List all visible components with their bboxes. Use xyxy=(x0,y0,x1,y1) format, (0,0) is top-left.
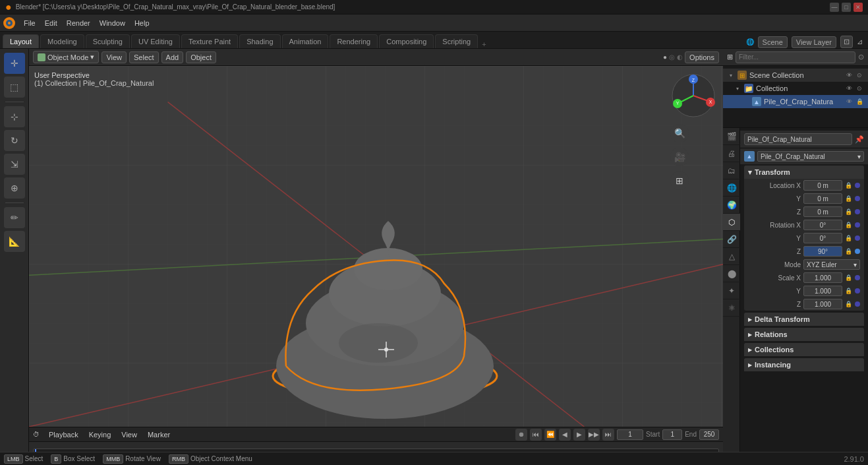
scale-x-field[interactable]: 1.000 xyxy=(803,272,842,283)
tab-shading[interactable]: Shading xyxy=(239,34,280,48)
select-icon[interactable]: ⊙ xyxy=(855,71,864,80)
grid-gizmo[interactable]: ⊞ xyxy=(670,171,689,190)
play-button[interactable]: ▶ xyxy=(573,429,585,441)
menu-edit[interactable]: Edit xyxy=(41,18,61,28)
viewport-mode-menu[interactable]: Object Mode ▾ xyxy=(33,51,99,63)
move-tool[interactable]: ⊹ xyxy=(4,106,25,127)
menu-window[interactable]: Window xyxy=(96,18,129,28)
keying-menu[interactable]: Keying xyxy=(85,429,115,440)
annotate-tool[interactable]: ✏ xyxy=(4,207,25,228)
outliner-collection[interactable]: ▾ 📁 Collection 👁 ⊙ xyxy=(723,82,868,95)
start-frame-field[interactable]: 1 xyxy=(662,429,682,440)
tab-modeling[interactable]: Modeling xyxy=(40,34,84,48)
view-menu[interactable]: View xyxy=(117,429,141,440)
relations-header[interactable]: ▸ Relations xyxy=(744,328,864,341)
expand-icon[interactable]: ▾ xyxy=(727,71,735,79)
scale-x-lock[interactable]: 🔒 xyxy=(845,274,852,281)
object-expand-icon[interactable] xyxy=(741,98,749,106)
tab-texture-paint[interactable]: Texture Paint xyxy=(181,34,238,48)
viewport-canvas[interactable]: User Perspective (1) Collection | Pile_O… xyxy=(29,66,723,427)
viewport-add-menu[interactable]: Add xyxy=(161,51,184,63)
add-workspace-button[interactable]: + xyxy=(479,40,488,48)
props-tab-object[interactable]: ⬡ xyxy=(723,214,740,231)
marker-menu[interactable]: Marker xyxy=(144,429,174,440)
props-tab-world[interactable]: 🌍 xyxy=(723,197,740,214)
rotation-mode-dropdown[interactable]: XYZ Euler ▾ xyxy=(803,259,860,270)
rotation-x-lock[interactable]: 🔒 xyxy=(845,222,852,228)
object-visibility-icon[interactable]: 👁 xyxy=(844,97,854,106)
viewport-shading-solid-btn[interactable]: ● xyxy=(663,53,667,61)
rotation-y-lock[interactable]: 🔒 xyxy=(845,235,852,241)
playback-menu[interactable]: Playback xyxy=(45,429,82,440)
fast-forward-button[interactable]: ▶▶ xyxy=(588,429,600,441)
props-tab-render[interactable]: 🎬 xyxy=(723,128,740,145)
scale-tool[interactable]: ⇲ xyxy=(4,154,25,175)
props-tab-data[interactable]: △ xyxy=(723,248,740,265)
tab-animation[interactable]: Animation xyxy=(282,34,329,48)
object-name-input[interactable] xyxy=(744,133,852,145)
rotation-z-lock[interactable]: 🔒 xyxy=(845,248,852,255)
props-tab-material[interactable]: ⬤ xyxy=(723,265,740,282)
props-tab-physics[interactable]: ⚛ xyxy=(723,299,740,317)
axis-gizmo[interactable]: Z X Y xyxy=(670,73,716,119)
tab-sculpting[interactable]: Sculpting xyxy=(86,34,130,48)
props-tab-constraints[interactable]: 🔗 xyxy=(723,231,740,248)
scale-y-lock[interactable]: 🔒 xyxy=(845,288,852,294)
tab-scripting[interactable]: Scripting xyxy=(435,34,478,48)
pin-icon[interactable]: 📌 xyxy=(855,135,864,144)
rotation-y-field[interactable]: 0° xyxy=(803,233,842,243)
minimize-button[interactable]: — xyxy=(830,3,839,12)
prev-frame-button[interactable]: ⏪ xyxy=(544,429,556,441)
select-box-tool[interactable]: ⬚ xyxy=(4,77,25,98)
props-tab-output[interactable]: 🖨 xyxy=(723,145,740,162)
visibility-icon[interactable]: 👁 xyxy=(844,71,854,80)
close-button[interactable]: ✕ xyxy=(854,3,863,12)
tab-rendering[interactable]: Rendering xyxy=(330,34,378,48)
skip-end-button[interactable]: ⏭ xyxy=(602,429,614,441)
scale-z-field[interactable]: 1.000 xyxy=(803,299,842,309)
location-z-field[interactable]: 0 m xyxy=(803,206,842,217)
props-tab-particles[interactable]: ✦ xyxy=(723,282,740,299)
active-obj-dropdown[interactable]: Pile_Of_Crap_Natural▾ xyxy=(757,151,864,162)
instancing-header[interactable]: ▸ Instancing xyxy=(744,358,864,371)
viewport-shading-material-btn[interactable]: ◎ xyxy=(669,53,675,61)
location-y-field[interactable]: 0 m xyxy=(803,193,842,204)
scale-z-lock[interactable]: 🔒 xyxy=(845,301,852,307)
cursor-tool[interactable]: ✛ xyxy=(4,53,25,74)
measure-tool[interactable]: 📐 xyxy=(4,231,25,252)
collection-select-icon[interactable]: ⊙ xyxy=(855,84,864,93)
location-x-lock[interactable]: 🔒 xyxy=(845,182,852,189)
transform-section-header[interactable]: ▾ Transform xyxy=(744,166,864,179)
outliner-search-input[interactable] xyxy=(736,51,855,63)
record-button[interactable]: ⏺ xyxy=(515,429,527,441)
outliner-filter-icon[interactable]: ⊙ xyxy=(858,53,864,61)
location-y-lock[interactable]: 🔒 xyxy=(845,195,852,202)
tab-layout[interactable]: Layout xyxy=(3,34,39,48)
scene-label[interactable]: Scene xyxy=(758,36,788,48)
location-z-lock[interactable]: 🔒 xyxy=(845,208,852,215)
rotation-z-field[interactable]: 90° xyxy=(803,246,842,257)
collections-header[interactable]: ▸ Collections xyxy=(744,343,864,356)
rewind-button[interactable]: ◀ xyxy=(559,429,571,441)
collection-expand-icon[interactable]: ▾ xyxy=(734,84,741,92)
skip-start-button[interactable]: ⏮ xyxy=(530,429,542,441)
props-tab-scene[interactable]: 🌐 xyxy=(723,179,740,197)
rotation-x-field[interactable]: 0° xyxy=(803,220,842,230)
zoom-gizmo[interactable]: 🔍 xyxy=(670,124,689,142)
menu-file[interactable]: File xyxy=(20,18,40,28)
overlay-icon[interactable]: ⊡ xyxy=(840,36,853,48)
rotate-tool[interactable]: ↻ xyxy=(4,130,25,151)
location-x-field[interactable]: 0 m xyxy=(803,180,842,191)
outliner-object[interactable]: ▲ Pile_Of_Crap_Natura 👁 🔒 xyxy=(723,95,868,108)
transform-tool[interactable]: ⊕ xyxy=(4,177,25,199)
maximize-button[interactable]: □ xyxy=(842,3,851,12)
camera-gizmo[interactable]: 🎥 xyxy=(670,148,689,166)
delta-transform-header[interactable]: ▸ Delta Transform xyxy=(744,313,864,326)
scale-y-field[interactable]: 1.000 xyxy=(803,286,842,296)
props-tab-view-layer[interactable]: 🗂 xyxy=(723,162,740,179)
object-lock-icon[interactable]: 🔒 xyxy=(855,97,864,106)
viewport-options-menu[interactable]: Options xyxy=(685,51,719,63)
current-frame-field[interactable]: 1 xyxy=(617,429,643,440)
viewport-view-menu[interactable]: View xyxy=(101,51,127,63)
filter-icon[interactable]: ⊿ xyxy=(857,38,863,46)
